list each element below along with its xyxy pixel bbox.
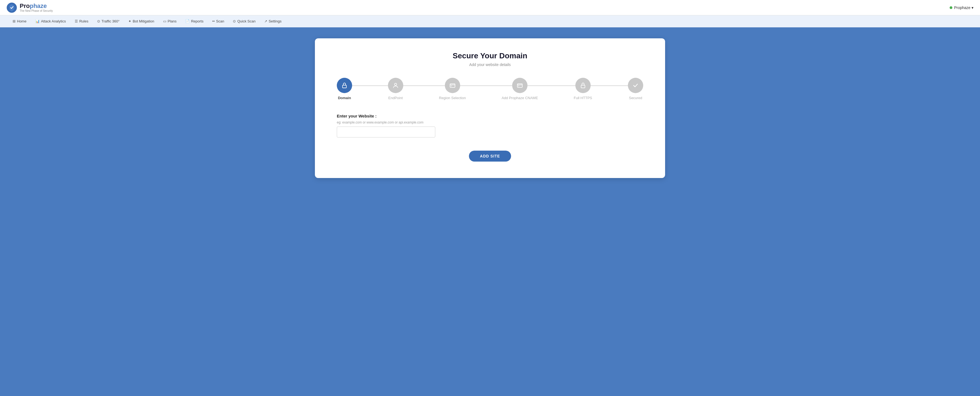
home-icon: ⊞ [13, 19, 16, 23]
main-card: Secure Your Domain Add your website deta… [315, 38, 665, 178]
nav-item-quick-scan[interactable]: ⊙ Quick Scan [229, 18, 259, 25]
settings-icon: ↗ [264, 19, 267, 23]
step-secured-label: Secured [629, 96, 642, 100]
step-domain: Domain [337, 78, 352, 100]
svg-rect-1 [342, 85, 346, 88]
nav-label-attack-analytics: Attack Analytics [41, 19, 66, 23]
nav-label-scan: Scan [216, 19, 224, 23]
steps-container: Domain EndPoint [331, 78, 649, 100]
card-title: Secure Your Domain [331, 51, 649, 60]
step-cname-label: Add Prophaze CNAME [501, 96, 538, 100]
nav-item-plans[interactable]: ▭ Plans [159, 18, 181, 25]
logo-text: Prophaze The New Phase of Security [20, 3, 53, 12]
step-domain-circle [337, 78, 352, 93]
step-domain-label: Domain [338, 96, 351, 100]
quick-scan-icon: ⊙ [233, 19, 236, 23]
nav-item-attack-analytics[interactable]: 📊 Attack Analytics [32, 18, 70, 25]
nav-label-rules: Rules [80, 19, 88, 23]
nav-item-scan[interactable]: •• Scan [208, 18, 228, 25]
prophaze-logo-icon [6, 2, 17, 13]
step-region-selection: Region Selection [439, 78, 466, 100]
svg-rect-3 [450, 84, 455, 87]
nav-label-home: Home [17, 19, 27, 23]
step-secured: Secured [628, 78, 643, 100]
svg-rect-4 [517, 84, 522, 87]
user-menu[interactable]: Prophaze ▾ [950, 5, 974, 10]
user-online-dot [950, 6, 952, 9]
bot-mitigation-icon: ✦ [128, 19, 131, 23]
nav-label-quick-scan: Quick Scan [237, 19, 255, 23]
page-background: Secure Your Domain Add your website deta… [0, 27, 980, 396]
step-https-label: Full HTTPS [574, 96, 592, 100]
logo-tagline: The New Phase of Security [20, 9, 53, 12]
website-input[interactable] [337, 126, 435, 137]
nav-label-reports: Reports [191, 19, 204, 23]
navbar: ⊞ Home 📊 Attack Analytics ☰ Rules ⊙ Traf… [0, 15, 980, 27]
nav-label-traffic: Traffic 360° [102, 19, 119, 23]
form-section: Enter your Website : eg: example.com or … [331, 113, 649, 137]
step-endpoint-label: EndPoint [388, 96, 403, 100]
step-endpoint: EndPoint [388, 78, 403, 100]
header: Prophaze The New Phase of Security Proph… [0, 0, 980, 15]
nav-item-home[interactable]: ⊞ Home [9, 18, 30, 25]
traffic-icon: ⊙ [97, 19, 100, 23]
rules-icon: ☰ [75, 19, 78, 23]
logo-area: Prophaze The New Phase of Security [6, 2, 53, 13]
svg-rect-5 [581, 85, 585, 88]
website-hint: eg: example.com or www.example.com or ap… [337, 120, 643, 125]
plans-icon: ▭ [163, 19, 166, 23]
step-secured-circle [628, 78, 643, 93]
reports-icon: 📄 [185, 19, 189, 23]
nav-label-plans: Plans [168, 19, 177, 23]
card-subtitle: Add your website details [331, 62, 649, 67]
nav-item-traffic[interactable]: ⊙ Traffic 360° [93, 18, 123, 25]
add-site-button[interactable]: ADD SITE [469, 151, 511, 161]
logo-name: Prophaze [20, 3, 53, 9]
step-endpoint-circle [388, 78, 403, 93]
nav-item-rules[interactable]: ☰ Rules [71, 18, 92, 25]
nav-item-settings[interactable]: ↗ Settings [261, 18, 285, 25]
step-cname: Add Prophaze CNAME [501, 78, 538, 100]
step-region-label: Region Selection [439, 96, 466, 100]
scan-icon: •• [212, 19, 215, 23]
nav-item-reports[interactable]: 📄 Reports [181, 18, 207, 25]
step-https-circle [575, 78, 591, 93]
step-cname-circle [512, 78, 528, 93]
nav-label-settings: Settings [269, 19, 282, 23]
user-name-label: Prophaze ▾ [954, 5, 974, 10]
attack-analytics-icon: 📊 [35, 19, 40, 23]
step-region-circle [445, 78, 460, 93]
svg-point-2 [395, 83, 397, 85]
step-https: Full HTTPS [574, 78, 592, 100]
website-label: Enter your Website : [337, 113, 643, 118]
nav-label-bot-mitigation: Bot Mitigation [133, 19, 154, 23]
nav-item-bot-mitigation[interactable]: ✦ Bot Mitigation [124, 18, 158, 25]
